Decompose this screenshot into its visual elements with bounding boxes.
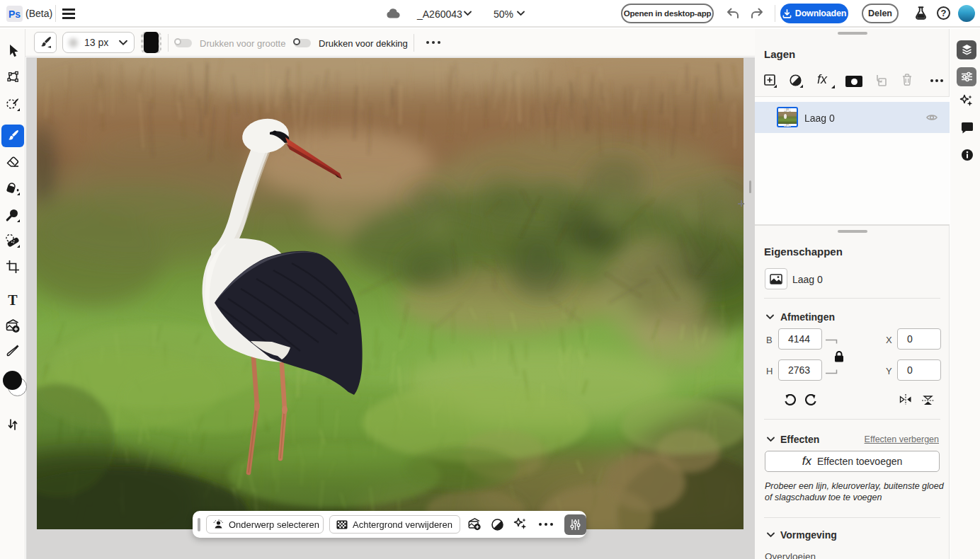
svg-text:T: T xyxy=(8,293,18,307)
